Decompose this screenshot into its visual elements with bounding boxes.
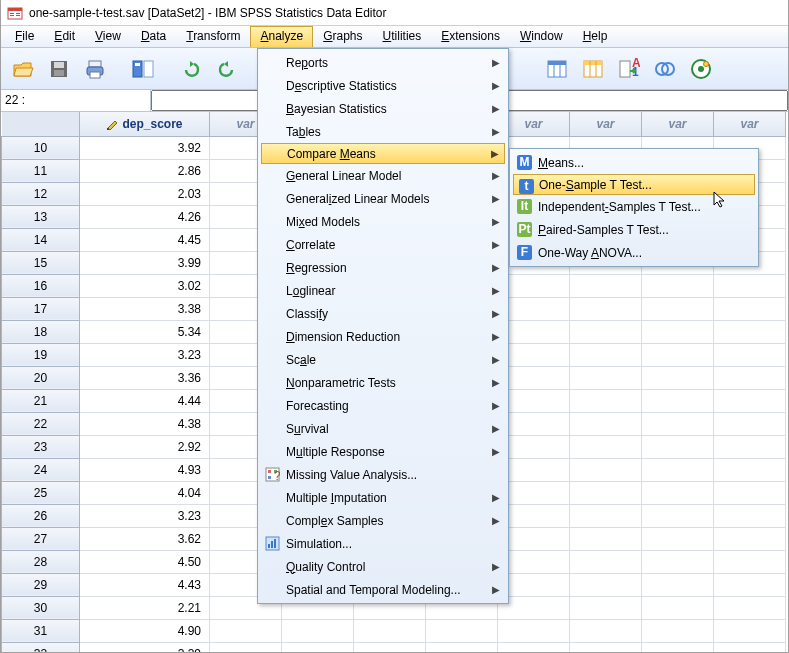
cell-empty[interactable]	[642, 274, 714, 297]
cell-empty[interactable]	[354, 619, 426, 642]
row-header[interactable]: 17	[2, 297, 80, 320]
cell-empty[interactable]	[570, 343, 642, 366]
column-header-empty[interactable]: var	[714, 112, 786, 136]
cell[interactable]: 4.45	[80, 228, 210, 251]
cell-empty[interactable]	[570, 320, 642, 343]
cell-empty[interactable]	[714, 435, 786, 458]
cell[interactable]: 3.38	[80, 297, 210, 320]
row-header[interactable]: 15	[2, 251, 80, 274]
cell-empty[interactable]	[714, 481, 786, 504]
cell-empty[interactable]	[642, 596, 714, 619]
print-button[interactable]	[79, 53, 111, 85]
cell-empty[interactable]	[642, 481, 714, 504]
cell-empty[interactable]	[714, 297, 786, 320]
cell-empty[interactable]	[498, 642, 570, 653]
cell-empty[interactable]	[714, 389, 786, 412]
redo-button[interactable]	[211, 53, 243, 85]
cell-empty[interactable]	[570, 619, 642, 642]
cell-empty[interactable]	[210, 642, 282, 653]
row-header[interactable]: 18	[2, 320, 80, 343]
cell-empty[interactable]	[642, 619, 714, 642]
cell[interactable]: 3.62	[80, 527, 210, 550]
cell-empty[interactable]	[570, 642, 642, 653]
cell-empty[interactable]	[570, 596, 642, 619]
cell-empty[interactable]	[714, 366, 786, 389]
menu-item-general-linear-model[interactable]: General Linear Model▶	[260, 164, 506, 187]
column-header-dep_score[interactable]: dep_score	[80, 112, 210, 136]
cell[interactable]: 2.92	[80, 435, 210, 458]
cell-empty[interactable]	[570, 527, 642, 550]
cell-empty[interactable]	[426, 619, 498, 642]
cell[interactable]: 4.04	[80, 481, 210, 504]
menu-item-loglinear[interactable]: Loglinear▶	[260, 279, 506, 302]
menu-item-survival[interactable]: Survival▶	[260, 417, 506, 440]
row-header[interactable]: 26	[2, 504, 80, 527]
menu-item-scale[interactable]: Scale▶	[260, 348, 506, 371]
undo-button[interactable]	[175, 53, 207, 85]
open-button[interactable]	[7, 53, 39, 85]
menu-item-complex-samples[interactable]: Complex Samples▶	[260, 509, 506, 532]
cell-empty[interactable]	[354, 642, 426, 653]
value-labels-button[interactable]: A1	[613, 53, 645, 85]
cell[interactable]: 4.93	[80, 458, 210, 481]
cell-empty[interactable]	[570, 458, 642, 481]
use-sets-button[interactable]	[649, 53, 681, 85]
menu-item-correlate[interactable]: Correlate▶	[260, 233, 506, 256]
cell[interactable]: 3.36	[80, 366, 210, 389]
cell[interactable]: 4.44	[80, 389, 210, 412]
cell-empty[interactable]	[642, 504, 714, 527]
cell-empty[interactable]	[714, 274, 786, 297]
cell-empty[interactable]	[714, 550, 786, 573]
cell-empty[interactable]	[570, 297, 642, 320]
cell-empty[interactable]	[642, 343, 714, 366]
cell-empty[interactable]	[714, 619, 786, 642]
cell[interactable]: 4.43	[80, 573, 210, 596]
cell-empty[interactable]	[642, 573, 714, 596]
cell[interactable]: 2.86	[80, 159, 210, 182]
run-target-button[interactable]	[685, 53, 717, 85]
column-header-empty[interactable]: var	[642, 112, 714, 136]
cell[interactable]: 5.34	[80, 320, 210, 343]
menu-view[interactable]: View	[85, 26, 131, 47]
row-header[interactable]: 13	[2, 205, 80, 228]
submenu-item-one-way-anova[interactable]: FOne-Way ANOVA...	[512, 241, 756, 264]
column-header-empty[interactable]: var	[570, 112, 642, 136]
row-header[interactable]: 21	[2, 389, 80, 412]
cell-empty[interactable]	[714, 596, 786, 619]
cell-empty[interactable]	[642, 320, 714, 343]
menu-item-quality-control[interactable]: Quality Control▶	[260, 555, 506, 578]
menu-graphs[interactable]: Graphs	[313, 26, 372, 47]
menu-item-tables[interactable]: Tables▶	[260, 120, 506, 143]
cell[interactable]: 3.02	[80, 274, 210, 297]
menu-edit[interactable]: Edit	[44, 26, 85, 47]
row-header[interactable]: 27	[2, 527, 80, 550]
submenu-item-paired-samples-t-test[interactable]: PtPaired-Samples T Test...	[512, 218, 756, 241]
cell-empty[interactable]	[642, 412, 714, 435]
row-header[interactable]: 16	[2, 274, 80, 297]
goto-case-button[interactable]	[541, 53, 573, 85]
cell[interactable]: 3.23	[80, 343, 210, 366]
cell-empty[interactable]	[714, 458, 786, 481]
menu-window[interactable]: Window	[510, 26, 573, 47]
cell-empty[interactable]	[210, 619, 282, 642]
submenu-item-means[interactable]: MMeans...	[512, 151, 756, 174]
cell-empty[interactable]	[714, 527, 786, 550]
cell-empty[interactable]	[714, 642, 786, 653]
cell-empty[interactable]	[642, 366, 714, 389]
cell-empty[interactable]	[498, 619, 570, 642]
cell[interactable]: 3.92	[80, 136, 210, 159]
cell[interactable]: 4.90	[80, 619, 210, 642]
cell-empty[interactable]	[642, 435, 714, 458]
menu-help[interactable]: Help	[573, 26, 618, 47]
row-header[interactable]: 28	[2, 550, 80, 573]
cell-empty[interactable]	[642, 642, 714, 653]
cell-empty[interactable]	[570, 573, 642, 596]
cell-empty[interactable]	[642, 527, 714, 550]
menu-transform[interactable]: Transform	[176, 26, 250, 47]
recall-dialog-button[interactable]	[127, 53, 159, 85]
row-header[interactable]: 29	[2, 573, 80, 596]
cell-empty[interactable]	[570, 366, 642, 389]
cell[interactable]: 3.39	[80, 642, 210, 653]
cell-empty[interactable]	[426, 642, 498, 653]
save-button[interactable]	[43, 53, 75, 85]
